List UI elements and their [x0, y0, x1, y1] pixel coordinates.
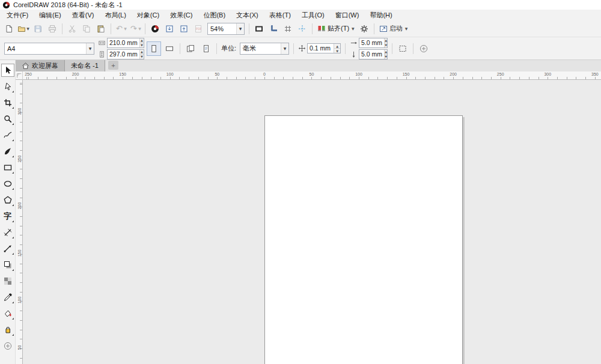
transparency-tool[interactable]: [1, 275, 14, 288]
spin-up-icon[interactable]: ▲: [385, 50, 387, 54]
propbar-separator: [392, 43, 392, 54]
landscape-button[interactable]: [162, 41, 177, 56]
current-page-button[interactable]: [199, 41, 213, 56]
redo-button[interactable]: ↷▼: [129, 22, 142, 35]
import-button[interactable]: [163, 22, 176, 35]
grid-icon: [284, 25, 292, 33]
paste-button[interactable]: [94, 22, 108, 35]
page-height-field[interactable]: 297.0 mm▲▼: [107, 49, 144, 59]
menu-table[interactable]: 表格(T): [264, 10, 296, 21]
spin-up-icon[interactable]: ▲: [140, 38, 144, 43]
menu-help[interactable]: 帮助(H): [364, 10, 397, 21]
print-button[interactable]: [46, 22, 59, 35]
duplicate-x-field[interactable]: 5.0 mm▲▼: [359, 38, 388, 48]
flyout-indicator-icon: [12, 269, 14, 271]
cut-button[interactable]: [66, 22, 79, 35]
undo-button[interactable]: ↶▼: [114, 22, 127, 35]
publish-pdf-button[interactable]: PDF: [192, 22, 205, 35]
quick-customize-button[interactable]: [416, 41, 431, 56]
menu-tools[interactable]: 工具(O): [296, 10, 330, 21]
snap-to-button[interactable]: 贴齐(T)▼: [315, 23, 357, 34]
zoom-level-combo[interactable]: 54%▼: [207, 23, 245, 35]
export-button[interactable]: [177, 22, 191, 35]
rectangle-tool-icon: [4, 163, 12, 172]
open-button[interactable]: ▼: [17, 22, 30, 35]
copy-button[interactable]: [80, 22, 93, 35]
nudge-offset-field[interactable]: 0.1 mm▲▼: [307, 43, 341, 53]
horizontal-ruler[interactable]: 25020015010050050100150200250300350: [23, 71, 601, 80]
options-button[interactable]: [358, 22, 371, 35]
pick-tool[interactable]: [1, 64, 14, 77]
polygon-tool[interactable]: [1, 193, 14, 207]
vertical-ruler[interactable]: 30025020015010050: [16, 80, 23, 364]
show-grid-button[interactable]: [281, 22, 294, 35]
menu-file[interactable]: 文件(F): [1, 10, 34, 21]
fullscreen-preview-button[interactable]: [252, 22, 266, 35]
spin-down-icon[interactable]: ▼: [385, 54, 387, 59]
duplicate-x-field-value: 5.0 mm: [359, 38, 384, 47]
all-pages-button[interactable]: [183, 41, 198, 56]
menu-text[interactable]: 文本(X): [231, 10, 264, 21]
page-width-field-row: 210.0 mm▲▼: [98, 38, 144, 48]
menu-object[interactable]: 对象(C): [132, 10, 165, 21]
spinner[interactable]: ▲▼: [139, 50, 144, 59]
tab-welcome-screen[interactable]: 欢迎屏幕: [16, 60, 65, 71]
launch-button[interactable]: 启动▼: [377, 23, 410, 34]
spinner[interactable]: ▲▼: [334, 44, 340, 53]
combo-dropdown-icon[interactable]: ▼: [236, 23, 244, 34]
smart-fill-tool[interactable]: [1, 323, 14, 336]
drop-shadow-tool[interactable]: [1, 258, 14, 271]
menu-edit[interactable]: 编辑(E): [34, 10, 67, 21]
combo-dropdown-icon[interactable]: ▼: [281, 43, 288, 54]
save-button[interactable]: [31, 22, 44, 35]
show-rulers-button[interactable]: [267, 22, 280, 35]
menu-effects[interactable]: 效果(C): [165, 10, 198, 21]
spinner[interactable]: ▲▼: [384, 38, 387, 47]
menu-window[interactable]: 窗口(W): [330, 10, 365, 21]
rectangle-tool[interactable]: [1, 161, 14, 174]
freehand-tool[interactable]: [1, 129, 14, 142]
redo-icon: ↷: [129, 25, 138, 33]
spin-up-icon[interactable]: ▲: [140, 50, 144, 54]
spin-down-icon[interactable]: ▼: [140, 43, 144, 47]
ellipse-tool[interactable]: [1, 177, 14, 190]
duplicate-y-field[interactable]: 5.0 mm▲▼: [359, 49, 388, 59]
crop-tool[interactable]: [1, 96, 14, 109]
combo-dropdown-icon[interactable]: ▼: [86, 43, 94, 54]
treat-as-filled-button[interactable]: [395, 41, 410, 56]
document-page[interactable]: [264, 115, 463, 364]
page-size-combo[interactable]: A4▼: [4, 43, 94, 55]
duplicate-y-field-value: 5.0 mm: [359, 50, 384, 59]
show-guidelines-button[interactable]: [296, 22, 309, 35]
portrait-button[interactable]: [147, 41, 161, 56]
menu-view[interactable]: 查看(V): [67, 10, 100, 21]
spin-down-icon[interactable]: ▼: [334, 48, 340, 53]
spin-down-icon[interactable]: ▼: [140, 54, 144, 59]
page-height-field-value: 297.0 mm: [108, 50, 139, 59]
search-content-button[interactable]: [148, 22, 162, 35]
menu-bitmaps[interactable]: 位图(B): [198, 10, 231, 21]
tab-document-1[interactable]: 未命名 -1: [65, 60, 105, 71]
spin-down-icon[interactable]: ▼: [385, 43, 387, 47]
new-document-button[interactable]: [2, 22, 16, 35]
artistic-media-tool[interactable]: [1, 145, 14, 158]
units-combo[interactable]: 毫米▼: [240, 43, 289, 55]
dimension-tool[interactable]: [1, 226, 14, 239]
spin-up-icon[interactable]: ▲: [385, 38, 387, 43]
customize-toolbox-button[interactable]: [1, 339, 14, 353]
color-eyedropper-tool[interactable]: [1, 291, 14, 304]
interactive-fill-tool[interactable]: [1, 307, 14, 320]
ruler-origin-corner[interactable]: [16, 71, 23, 80]
page-width-field[interactable]: 210.0 mm▲▼: [107, 38, 144, 48]
spinner[interactable]: ▲▼: [139, 38, 144, 47]
menu-layout[interactable]: 布局(L): [99, 10, 131, 21]
zoom-tool[interactable]: [1, 112, 14, 126]
connector-tool[interactable]: [1, 242, 14, 255]
new-tab-button[interactable]: +: [108, 61, 118, 70]
spin-up-icon[interactable]: ▲: [334, 44, 340, 48]
spinner[interactable]: ▲▼: [384, 50, 387, 59]
shape-tool[interactable]: [1, 80, 14, 93]
drawing-canvas[interactable]: [23, 80, 601, 364]
text-tool[interactable]: 字: [1, 210, 14, 223]
v-ruler-label: 150: [17, 249, 22, 256]
